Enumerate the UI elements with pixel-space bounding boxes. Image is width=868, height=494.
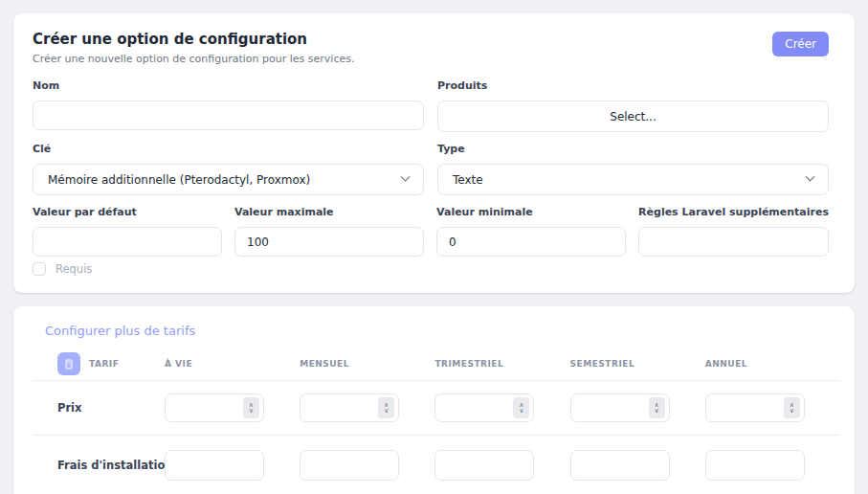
frais-row: Frais d'installation <box>33 436 840 494</box>
regles-laravel-label: Règles Laravel supplémentaires <box>638 206 829 218</box>
cle-select-value: Mémoire additionnelle (Pterodactyl, Prox… <box>48 173 310 187</box>
prix-input-mensuel-field[interactable] <box>308 400 378 415</box>
produits-select[interactable]: Select... <box>437 101 829 132</box>
field-valeur-par-defaut: Valeur par défaut <box>33 206 222 257</box>
frais-input-trimestriel[interactable] <box>434 450 534 481</box>
prix-input-semestriel-field[interactable] <box>579 400 649 415</box>
pricing-card: Configurer plus de tarifs TARIF À VIE ME… <box>13 306 855 494</box>
type-select-value: Texte <box>453 173 483 187</box>
frais-input-mensuel[interactable] <box>300 450 399 481</box>
tarif-header-label: TARIF <box>89 359 119 369</box>
field-valeur-maximale: Valeur maximale <box>234 206 424 257</box>
header-trimestriel: TRIMESTRIEL <box>434 359 569 369</box>
valeur-maximale-label: Valeur maximale <box>234 206 424 218</box>
prix-input-trimestriel[interactable]: ∧∨ <box>434 393 534 422</box>
pricing-table-header: TARIF À VIE MENSUEL TRIMESTRIEL SEMESTRI… <box>33 348 840 380</box>
field-cle: Clé Mémoire additionnelle (Pterodactyl, … <box>33 143 424 195</box>
chevron-down-icon <box>806 172 815 182</box>
requis-label: Requis <box>56 262 92 276</box>
frais-input-annuel[interactable] <box>705 450 805 481</box>
valeur-maximale-input[interactable] <box>234 227 424 257</box>
page-subtitle: Créer une nouvelle option de configurati… <box>33 53 354 65</box>
valeur-minimale-input[interactable] <box>436 227 626 257</box>
card-header-text: Créer une option de configuration Créer … <box>33 29 354 79</box>
number-spinner-icon[interactable]: ∧∨ <box>378 397 394 418</box>
prix-input-trimestriel-field[interactable] <box>443 400 513 415</box>
card-header: Créer une option de configuration Créer … <box>33 29 829 79</box>
requis-field: Requis <box>33 262 829 276</box>
field-produits: Produits Select... <box>437 79 829 132</box>
produits-label: Produits <box>437 79 829 92</box>
prix-row: Prix ∧∨ ∧∨ ∧∨ ∧∨ ∧∨ <box>33 381 840 435</box>
cle-select[interactable]: Mémoire additionnelle (Pterodactyl, Prox… <box>33 164 424 195</box>
field-type: Type Texte <box>437 143 829 195</box>
number-spinner-icon[interactable]: ∧∨ <box>243 397 259 418</box>
page-title: Créer une option de configuration <box>33 31 354 48</box>
prix-input-annuel[interactable]: ∧∨ <box>705 393 805 422</box>
prix-input-a-vie-field[interactable] <box>173 400 243 415</box>
configure-pricing-link[interactable]: Configurer plus de tarifs <box>45 324 840 338</box>
type-select[interactable]: Texte <box>437 164 829 195</box>
nom-label: Nom <box>33 79 424 92</box>
valeur-par-defaut-label: Valeur par défaut <box>33 206 222 218</box>
header-semestriel: SEMESTRIEL <box>570 359 705 369</box>
requis-checkbox[interactable] <box>33 262 46 276</box>
field-valeur-minimale: Valeur minimale <box>436 206 626 257</box>
cle-label: Clé <box>33 143 424 155</box>
frais-input-semestriel[interactable] <box>570 450 670 481</box>
number-spinner-icon[interactable]: ∧∨ <box>784 397 800 418</box>
create-option-card: Créer une option de configuration Créer … <box>13 13 855 293</box>
prix-row-label: Prix <box>57 401 165 415</box>
tarif-header-cell: TARIF <box>57 352 165 375</box>
number-spinner-icon[interactable]: ∧∨ <box>513 397 529 418</box>
valeur-minimale-label: Valeur minimale <box>436 206 626 218</box>
header-mensuel: MENSUEL <box>300 359 434 369</box>
prix-input-mensuel[interactable]: ∧∨ <box>300 393 399 422</box>
number-spinner-icon[interactable]: ∧∨ <box>649 397 665 418</box>
regles-laravel-input[interactable] <box>638 227 829 257</box>
header-annuel: ANNUEL <box>705 359 840 369</box>
produits-select-value: Select... <box>610 110 656 124</box>
valeur-par-defaut-input[interactable] <box>33 227 222 257</box>
type-label: Type <box>437 143 829 155</box>
prix-input-semestriel[interactable]: ∧∨ <box>570 393 670 422</box>
create-button[interactable]: Créer <box>772 32 829 56</box>
frais-row-label: Frais d'installation <box>57 459 165 472</box>
field-regles-laravel: Règles Laravel supplémentaires <box>638 206 829 257</box>
chevron-down-icon <box>401 172 411 182</box>
prix-input-annuel-field[interactable] <box>714 400 784 415</box>
nom-input[interactable] <box>33 101 424 130</box>
calculator-icon[interactable] <box>57 352 80 375</box>
frais-input-a-vie[interactable] <box>165 450 264 481</box>
field-nom: Nom <box>33 79 424 132</box>
header-a-vie: À VIE <box>165 359 300 369</box>
prix-input-a-vie[interactable]: ∧∨ <box>165 393 264 422</box>
